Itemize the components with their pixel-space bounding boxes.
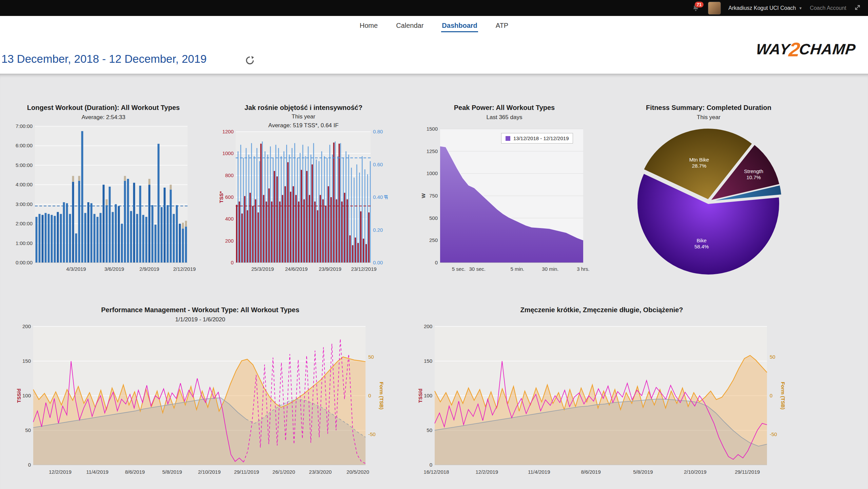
svg-text:20/5/2020: 20/5/2020 [347,469,369,475]
svg-text:-50: -50 [770,431,777,437]
nav-dashboard[interactable]: Dashboard [441,19,478,32]
svg-text:0.40: 0.40 [373,194,383,200]
svg-text:3 hrs.: 3 hrs. [577,266,590,272]
expand-button[interactable] [854,4,861,13]
svg-text:5 min.: 5 min. [510,266,524,272]
svg-text:0.20: 0.20 [373,227,383,233]
svg-text:26/1/2020: 26/1/2020 [273,469,295,475]
svg-text:Form (TSB): Form (TSB) [379,382,384,410]
svg-text:50: 50 [368,354,374,360]
svg-text:0: 0 [231,260,234,265]
logo-text-2: CHAMP [798,41,856,57]
svg-text:0: 0 [430,462,432,468]
volume-intensity-chart: 0200400600800100012000.000.200.400.600.8… [219,125,388,278]
notifications-button[interactable]: 71 [692,4,701,13]
longest-workout-chart: 0:00:001:00:002:00:003:00:004:00:005:00:… [15,121,192,278]
svg-text:0: 0 [435,260,438,265]
svg-text:800: 800 [225,172,234,178]
svg-text:29/11/2019: 29/11/2019 [234,469,259,475]
nav-calendar[interactable]: Calendar [395,19,424,32]
svg-text:5 sec.: 5 sec. [452,266,466,272]
svg-text:Form (TSB): Form (TSB) [780,382,786,410]
refresh-button[interactable] [245,55,255,67]
svg-text:8/6/2019: 8/6/2019 [125,469,145,475]
svg-text:TSS/d: TSS/d [417,389,423,403]
svg-text:200: 200 [225,238,234,244]
svg-text:0.80: 0.80 [373,129,383,134]
svg-text:6:00:00: 6:00:00 [16,143,33,148]
svg-text:50: 50 [25,427,31,433]
user-name: Arkadiusz Kogut UCI Coach [728,5,796,11]
svg-text:2/10/2019: 2/10/2019 [198,469,221,475]
svg-text:100: 100 [424,393,432,398]
svg-text:11/4/2019: 11/4/2019 [528,469,550,475]
svg-text:11/4/2019: 11/4/2019 [86,469,108,475]
svg-text:5/8/2019: 5/8/2019 [162,469,182,475]
svg-text:12/2/2019: 12/2/2019 [475,469,498,475]
svg-text:150: 150 [22,358,31,364]
svg-text:1500: 1500 [427,126,438,132]
nav-home[interactable]: Home [359,19,378,32]
svg-text:4/3/2019: 4/3/2019 [66,266,86,272]
peak-power-chart: 02505007501000125015005 sec.30 sec.5 min… [420,121,588,278]
svg-text:400: 400 [225,216,234,222]
svg-text:TSS*: TSS* [218,191,224,203]
svg-text:30 min.: 30 min. [542,266,558,272]
svg-text:0: 0 [28,462,31,468]
svg-text:7:00:00: 7:00:00 [16,123,33,129]
volume-intensity-subtitle: This year [219,113,388,120]
fatigue-load-title: Zmęczenie krótkie, Zmęczenie długie, Obc… [418,306,786,314]
svg-text:W: W [420,193,426,198]
user-menu[interactable]: Arkadiusz Kogut UCI Coach ▼ [728,5,802,11]
longest-workout-title: Longest Workout (Duration): All Workout … [15,104,192,112]
svg-text:5/8/2019: 5/8/2019 [633,469,653,475]
svg-text:23/9/2019: 23/9/2019 [319,266,341,272]
svg-text:16/12/2018: 16/12/2018 [423,469,449,475]
svg-text:8/6/2019: 8/6/2019 [581,469,600,475]
legend-label: 13/12/2018 - 12/12/2019 [513,135,569,141]
svg-text:1200: 1200 [222,129,234,134]
fatigue-load-chart: 050100150200-5005016/12/201812/2/201911/… [418,321,786,482]
svg-text:1000: 1000 [427,170,438,176]
svg-text:3/6/2019: 3/6/2019 [104,266,124,272]
svg-text:29/11/2019: 29/11/2019 [735,469,760,475]
svg-text:24/6/2019: 24/6/2019 [285,266,308,272]
svg-text:750: 750 [429,193,438,199]
pmc-title: Performance Management - Workout Type: A… [16,306,384,314]
pmc-chart: 050100150200-5005012/2/201911/4/20198/6/… [16,321,384,482]
volume-intensity-title: Jak rośnie objętość i intensywność? [219,104,388,112]
peak-power-title: Peak Power: All Workout Types [420,104,588,112]
svg-text:600: 600 [225,194,234,200]
svg-text:100: 100 [22,393,31,398]
svg-text:23/12/2019: 23/12/2019 [351,266,377,272]
longest-workout-subtitle: Average: 2:54:33 [15,114,192,121]
svg-text:12/2/2019: 12/2/2019 [49,469,72,475]
avatar[interactable] [708,2,721,15]
svg-text:50: 50 [770,354,775,360]
fitness-summary-pie: Mtn Bike28.7%Strength10.7%Bike58.4% [633,122,784,278]
svg-text:0.60: 0.60 [373,162,383,167]
notification-badge: 71 [694,1,704,8]
svg-text:30 sec.: 30 sec. [469,266,486,272]
svg-text:1:00:00: 1:00:00 [16,240,33,246]
peak-power-subtitle: Last 365 days [420,114,588,121]
main-nav: Home Calendar Dashboard ATP [0,16,868,36]
svg-text:150: 150 [424,358,432,364]
coach-account-link[interactable]: Coach Account [810,5,846,11]
svg-text:500: 500 [429,215,438,221]
svg-text:2/12/2019: 2/12/2019 [173,266,196,272]
svg-text:5:00:00: 5:00:00 [16,162,33,168]
svg-text:1250: 1250 [427,148,438,154]
nav-atp[interactable]: ATP [495,19,509,32]
svg-text:50: 50 [427,427,432,433]
svg-text:0:00:00: 0:00:00 [16,260,33,265]
svg-text:IF: IF [383,195,389,199]
legend-swatch [506,136,510,141]
svg-text:Strength10.7%: Strength10.7% [744,168,763,180]
chevron-down-icon: ▼ [798,6,802,10]
svg-text:200: 200 [22,323,31,329]
svg-text:-50: -50 [368,431,376,437]
date-range-title: 13 December, 2018 - 12 December, 2019 [1,53,206,65]
svg-text:3:00:00: 3:00:00 [16,201,33,207]
svg-text:2/9/2019: 2/9/2019 [139,266,159,272]
